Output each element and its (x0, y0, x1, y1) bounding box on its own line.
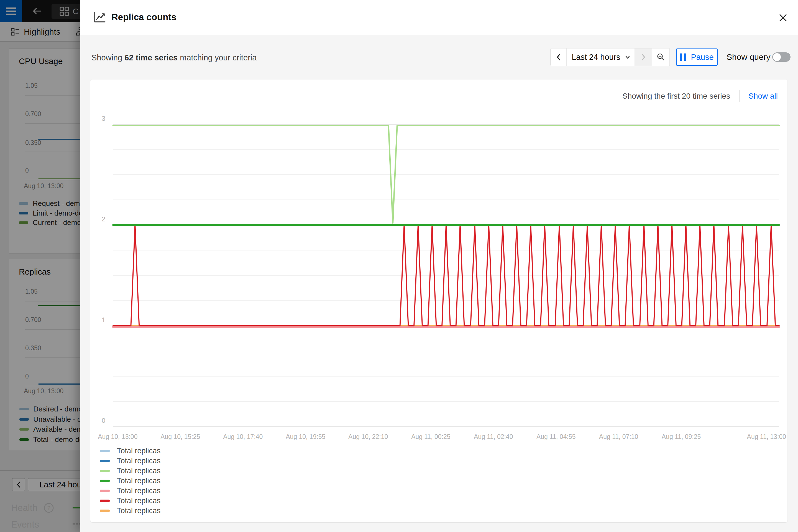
show-all-link[interactable]: Show all (748, 92, 778, 100)
chart-legend: Total replicasTotal replicasTotal replic… (100, 446, 161, 516)
legend-item[interactable]: Total replicas (100, 476, 161, 486)
time-range-dropdown[interactable]: Last 24 hours (567, 49, 635, 66)
time-range-control-group: Last 24 hours (550, 48, 670, 66)
legend-swatch (100, 499, 110, 502)
close-icon (778, 13, 788, 22)
replica-counts-drawer: Replica counts Showing 62 time series ma… (80, 0, 798, 532)
x-axis-tick: Aug 10, 19:55 (286, 433, 325, 440)
legend-swatch (100, 480, 110, 482)
legend-label: Total replicas (117, 457, 161, 465)
legend-label: Total replicas (117, 446, 161, 455)
pause-button[interactable]: Pause (676, 49, 718, 66)
first-20-series-text: Showing the first 20 time series (622, 92, 730, 100)
legend-swatch (100, 450, 110, 452)
x-axis-tick: Aug 11, 07:10 (599, 433, 639, 440)
x-axis-tick: Aug 10, 22:10 (348, 433, 388, 440)
legend-swatch (100, 470, 110, 472)
legend-item[interactable]: Total replicas (100, 506, 161, 516)
drawer-title: Replica counts (111, 12, 176, 22)
legend-item[interactable]: Total replicas (100, 486, 161, 496)
chart-canvas (113, 124, 779, 427)
x-axis-tick: Aug 11, 13:00 (747, 433, 786, 440)
y-axis-tick: 0 (93, 417, 105, 424)
time-back-button[interactable] (551, 49, 567, 66)
legend-swatch (100, 490, 110, 492)
show-query-toggle[interactable] (772, 52, 791, 62)
zoom-out-button[interactable] (652, 49, 669, 66)
legend-swatch (100, 460, 110, 462)
divider (739, 90, 740, 102)
x-axis-tick: Aug 11, 04:55 (536, 433, 576, 440)
close-button[interactable] (776, 11, 790, 24)
line-chart-icon (93, 11, 106, 24)
legend-label: Total replicas (117, 487, 161, 495)
x-axis-tick: Aug 10, 17:40 (223, 433, 263, 440)
legend-label: Total replicas (117, 467, 161, 475)
replica-counts-chart[interactable]: Aug 10, 13:00Aug 10, 15:25Aug 10, 17:40A… (113, 124, 779, 427)
legend-label: Total replicas (117, 496, 161, 505)
y-axis-tick: 2 (93, 215, 105, 223)
legend-label: Total replicas (117, 507, 161, 515)
x-axis-tick: Aug 10, 15:25 (160, 433, 200, 440)
x-axis-tick: Aug 10, 13:00 (98, 433, 137, 440)
x-axis-labels: Aug 10, 13:00Aug 10, 15:25Aug 10, 17:40A… (113, 433, 779, 441)
drawer-header: Replica counts (80, 0, 798, 35)
chevron-right-icon (641, 54, 646, 61)
chart-card: Showing the first 20 time series Show al… (90, 79, 787, 522)
y-axis-tick: 1 (93, 317, 105, 324)
legend-swatch (100, 510, 110, 512)
x-axis-tick: Aug 11, 00:25 (411, 433, 451, 440)
x-axis-tick: Aug 11, 02:40 (474, 433, 513, 440)
legend-item[interactable]: Total replicas (100, 446, 161, 456)
legend-label: Total replicas (117, 477, 161, 485)
screen: C Highlights (0, 0, 798, 532)
y-axis-tick: 3 (93, 115, 105, 122)
legend-item[interactable]: Total replicas (100, 466, 161, 476)
show-query-label: Show query (726, 52, 770, 62)
time-forward-button[interactable] (635, 49, 652, 66)
zoom-out-icon (657, 53, 665, 61)
chevron-left-icon (556, 54, 561, 61)
toggle-knob (773, 53, 781, 61)
series-count-text: Showing 62 time series matching your cri… (92, 53, 256, 62)
x-axis-tick: Aug 11, 09:25 (662, 433, 701, 440)
caret-down-icon (625, 56, 630, 59)
legend-item[interactable]: Total replicas (100, 456, 161, 466)
legend-item[interactable]: Total replicas (100, 496, 161, 506)
pause-icon (680, 54, 686, 61)
